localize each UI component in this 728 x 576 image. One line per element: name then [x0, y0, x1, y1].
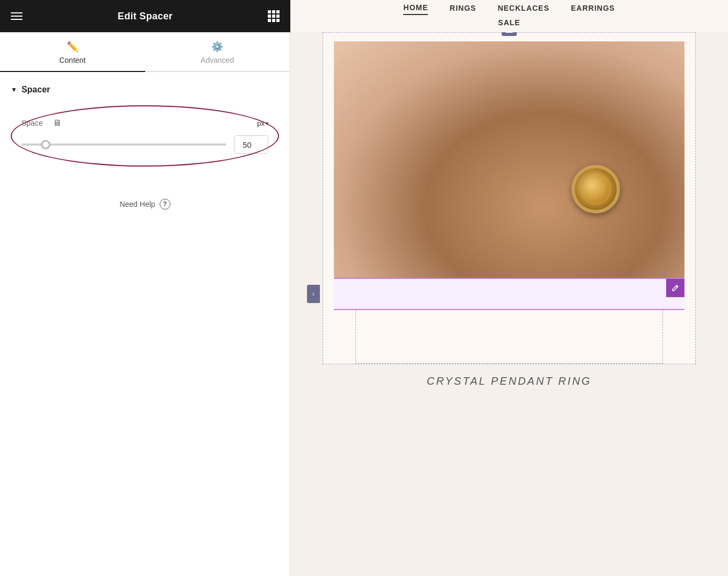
sitenav-bottom: SALE: [498, 18, 520, 29]
hamburger-icon[interactable]: [11, 12, 23, 20]
ring-decoration: [572, 165, 620, 213]
monitor-icon: 🖥: [53, 118, 61, 128]
slider-container: [22, 139, 226, 150]
sitenav-row: HOME RINGS NECKLACES EARRINGS SALE: [403, 3, 615, 29]
spacer-block-container: ‹: [323, 278, 695, 310]
edit-pencil-button[interactable]: [666, 279, 684, 297]
unit-dropdown[interactable]: px ▾: [257, 119, 268, 127]
ring-image: [334, 41, 684, 278]
slider-row: [22, 135, 268, 154]
space-control-wrapper: Space 🖥 px ▾: [11, 105, 279, 167]
tab-content-label: Content: [59, 56, 85, 64]
sitenav-item-necklaces[interactable]: NECKLACES: [498, 4, 549, 15]
dashed-outer: ‹: [323, 32, 696, 364]
need-help[interactable]: Need Help ?: [11, 199, 279, 210]
canvas-selected-container: ‹: [323, 32, 696, 364]
tabs: ✏️ Content ⚙️ Advanced: [0, 32, 290, 72]
image-block: [323, 33, 695, 278]
gear-icon: ⚙️: [211, 41, 223, 53]
section-title: ▼ Spacer: [11, 85, 279, 95]
need-help-label: Need Help: [119, 200, 155, 208]
spacer-selected: [334, 278, 684, 310]
product-title: CRYSTAL PENDANT RING: [427, 375, 591, 387]
panel-content: ▼ Spacer Space 🖥 px ▾: [0, 72, 290, 576]
topbar-left: Edit Spacer: [0, 0, 290, 32]
resize-handle-icon: [505, 32, 513, 33]
sitenav-item-rings[interactable]: RINGS: [449, 4, 476, 15]
sitenav-item-sale[interactable]: SALE: [498, 18, 520, 29]
grid-icon[interactable]: [268, 10, 280, 22]
canvas-area: ‹ CRYSTAL PENDANT RING: [290, 32, 728, 576]
main-layout: ✏️ Content ⚙️ Advanced ▼ Spacer Space �: [0, 32, 728, 576]
sitenav-item-home[interactable]: HOME: [403, 3, 428, 15]
resize-handle-top[interactable]: [502, 32, 517, 36]
space-label: Space: [22, 119, 47, 127]
canvas-bottom-area: [355, 310, 663, 364]
topbar-title: Edit Spacer: [118, 11, 173, 22]
pencil-icon: ✏️: [67, 41, 78, 53]
topbar: Edit Spacer HOME RINGS NECKLACES EARRING…: [0, 0, 728, 32]
help-icon: ?: [160, 199, 170, 210]
pencil-edit-icon: [672, 284, 679, 292]
unit-label: px: [257, 119, 265, 127]
tab-content[interactable]: ✏️ Content: [0, 32, 145, 71]
site-navigation: HOME RINGS NECKLACES EARRINGS SALE: [290, 0, 728, 32]
space-slider[interactable]: [22, 143, 226, 146]
chevron-icon: ▾: [266, 120, 268, 126]
space-value-input[interactable]: [234, 135, 268, 154]
space-row: Space 🖥 px ▾: [22, 118, 268, 128]
left-panel: ✏️ Content ⚙️ Advanced ▼ Spacer Space �: [0, 32, 290, 576]
sitenav-top: HOME RINGS NECKLACES EARRINGS: [403, 3, 615, 15]
section-title-text: Spacer: [22, 85, 50, 95]
sitenav-item-earrings[interactable]: EARRINGS: [571, 4, 615, 15]
chevron-down-icon[interactable]: ▼: [11, 86, 17, 93]
tab-advanced[interactable]: ⚙️ Advanced: [145, 32, 290, 71]
collapse-arrow[interactable]: ‹: [307, 285, 320, 303]
canvas-footer: CRYSTAL PENDANT RING: [290, 364, 728, 398]
tab-advanced-label: Advanced: [201, 56, 234, 64]
